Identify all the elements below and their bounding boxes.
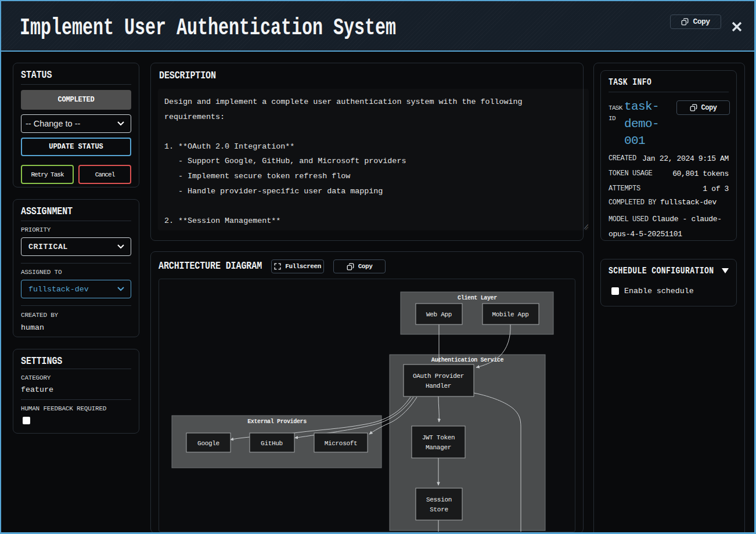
svg-text:Manager: Manager <box>426 444 451 451</box>
svg-text:JWT Token: JWT Token <box>422 434 455 441</box>
svg-text:GitHub: GitHub <box>261 440 283 447</box>
svg-text:OAuth Provider: OAuth Provider <box>413 373 464 380</box>
svg-text:Google: Google <box>197 440 219 447</box>
svg-text:Store: Store <box>430 506 448 513</box>
svg-text:Mobile App: Mobile App <box>492 311 528 318</box>
svg-text:Web App: Web App <box>426 311 452 318</box>
svg-text:Authentication Service: Authentication Service <box>431 357 504 363</box>
svg-text:Microsoft: Microsoft <box>325 440 358 447</box>
svg-text:Session: Session <box>426 496 452 503</box>
svg-text:External Providers: External Providers <box>247 418 307 425</box>
svg-text:Handler: Handler <box>426 383 451 389</box>
svg-text:Client Layer: Client Layer <box>458 295 497 301</box>
